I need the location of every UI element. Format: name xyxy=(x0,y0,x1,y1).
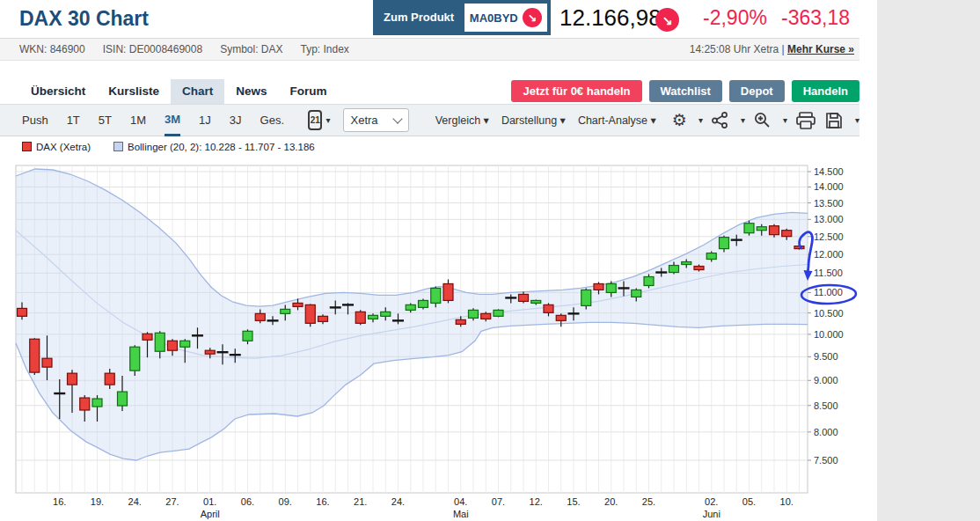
meta-item: WKN: 846900 xyxy=(19,43,85,55)
handeln-button[interactable]: Handeln xyxy=(792,80,859,102)
nav-row: ÜbersichtKurslisteChartNewsForum Jetzt f… xyxy=(0,79,859,104)
calendar-icon[interactable]: 21 xyxy=(308,110,322,130)
period-1t[interactable]: 1T xyxy=(67,105,80,136)
zoom-in-icon[interactable] xyxy=(753,111,772,129)
tab-übersicht[interactable]: Übersicht xyxy=(19,79,97,104)
nav-tabs: ÜbersichtKurslisteChartNewsForum xyxy=(19,79,339,104)
jetzt-f-r-0-handeln-button[interactable]: Jetzt für 0€ handeln xyxy=(511,80,641,102)
up-candle xyxy=(281,309,290,313)
up-candle xyxy=(469,310,479,318)
up-candle xyxy=(682,262,691,265)
legend-swatch xyxy=(22,142,32,151)
x-tick-label: 01. xyxy=(203,496,216,507)
x-tick-label: 05. xyxy=(742,496,756,507)
vergleich-menu[interactable]: Vergleich ▾ xyxy=(435,114,489,127)
x-month-label: April xyxy=(201,509,220,519)
period-push[interactable]: Push xyxy=(22,105,48,136)
chevron-down-icon: ▾ xyxy=(855,115,859,125)
change-absolute: -363,18 xyxy=(781,6,850,30)
save-icon[interactable] xyxy=(824,111,844,130)
chart-menus: Vergleich ▾Darstellung ▾Chart-Analyse ▾ xyxy=(435,114,656,127)
quote-timestamp: 14:25:08 Uhr Xetra xyxy=(690,43,779,55)
down-candle xyxy=(544,305,553,312)
down-candle xyxy=(255,313,265,320)
x-tick-label: 04. xyxy=(454,496,467,507)
indicators-icon[interactable] xyxy=(711,111,729,129)
up-candle xyxy=(669,266,679,273)
zum-produkt-button[interactable]: Zum Produkt xyxy=(373,0,464,35)
up-candle xyxy=(531,300,541,303)
page-title: DAX 30 Chart xyxy=(19,7,149,31)
period-5t[interactable]: 5T xyxy=(99,105,112,136)
current-price: 12.166,98 xyxy=(559,4,662,32)
down-candle xyxy=(18,308,27,316)
period-1j[interactable]: 1J xyxy=(199,105,211,136)
meta-item: ISIN: DE0008469008 xyxy=(103,43,202,55)
x-tick-label: 06. xyxy=(241,496,254,507)
candlestick-chart[interactable]: 14.50014.00013.50013.00012.50012.00011.5… xyxy=(0,163,867,521)
down-candle xyxy=(105,373,114,385)
page-content: DAX 30 Chart Zum Produkt MA0BYD ↘ 12.166… xyxy=(0,0,859,521)
up-candle xyxy=(581,290,591,305)
down-candle xyxy=(443,283,453,300)
depot-button[interactable]: Depot xyxy=(729,80,785,102)
y-tick-label: 14.000 xyxy=(814,181,844,192)
y-tick-label: 11.000 xyxy=(814,287,843,297)
up-candle xyxy=(180,341,190,347)
tab-chart[interactable]: Chart xyxy=(171,79,224,104)
mehr-kurse-link[interactable]: Mehr Kurse » xyxy=(787,43,854,55)
down-candle xyxy=(305,305,315,323)
down-candle xyxy=(168,341,178,350)
down-candle xyxy=(205,350,215,354)
up-candle xyxy=(92,399,102,407)
chevron-down-icon xyxy=(392,114,402,123)
period-3j[interactable]: 3J xyxy=(230,105,242,136)
down-candle xyxy=(42,358,52,367)
x-tick-label: 15. xyxy=(567,496,580,507)
down-candle xyxy=(143,334,152,340)
up-candle xyxy=(130,347,140,371)
chart-analyse-menu[interactable]: Chart-Analyse ▾ xyxy=(578,114,656,127)
trend-down-icon: ↘ xyxy=(655,8,679,32)
period-3m[interactable]: 3M xyxy=(165,105,180,136)
y-tick-label: 8.500 xyxy=(814,400,838,411)
tab-kursliste[interactable]: Kursliste xyxy=(97,79,171,104)
down-candle xyxy=(770,226,779,235)
up-candle xyxy=(706,253,716,260)
gear-icon[interactable]: ⚙ xyxy=(672,112,687,128)
x-tick-label: 16. xyxy=(53,496,66,507)
chevron-down-icon: ▾ xyxy=(783,115,787,125)
y-axis: 14.50014.00013.50013.00012.50012.00011.5… xyxy=(808,166,844,466)
x-month-label: Juni xyxy=(703,509,720,519)
darstellung-menu[interactable]: Darstellung ▾ xyxy=(501,114,566,127)
legend-item: DAX (Xetra) xyxy=(22,142,91,152)
down-candle xyxy=(481,313,491,319)
right-gutter xyxy=(877,0,980,521)
tab-forum[interactable]: Forum xyxy=(279,79,339,104)
chevron-down-icon: ▾ xyxy=(741,115,745,125)
exchange-select[interactable]: Xetra xyxy=(343,108,409,132)
chevron-down-icon[interactable]: ▾ xyxy=(325,115,330,125)
wkn-badge-label: MA0BYD xyxy=(470,11,518,25)
down-candle xyxy=(355,312,365,323)
wkn-badge[interactable]: MA0BYD ↘ xyxy=(464,4,547,32)
tab-news[interactable]: News xyxy=(224,79,278,104)
x-tick-label: 09. xyxy=(279,496,292,507)
exchange-select-value: Xetra xyxy=(351,114,378,127)
down-candle xyxy=(519,294,529,301)
legend-label: Bollinger (20, 2): 10.228 - 11.707 - 13.… xyxy=(128,142,315,152)
up-candle xyxy=(744,224,754,233)
down-candle xyxy=(782,231,792,237)
period-ges.[interactable]: Ges. xyxy=(260,105,284,136)
print-icon[interactable] xyxy=(795,111,816,130)
watchlist-button[interactable]: Watchlist xyxy=(649,80,722,102)
trend-down-icon: ↘ xyxy=(523,8,542,27)
x-tick-label: 07. xyxy=(492,496,505,507)
x-tick-label: 12. xyxy=(530,496,543,507)
period-1m[interactable]: 1M xyxy=(130,105,146,136)
y-tick-label: 7.500 xyxy=(814,455,838,466)
chevron-down-icon: ▾ xyxy=(698,115,703,125)
x-tick-label: 19. xyxy=(91,496,104,507)
period-buttons: Push1T5T1M3M1J3JGes. xyxy=(22,105,303,136)
instrument-meta: WKN: 846900ISIN: DE0008469008Symbol: DAX… xyxy=(19,39,367,60)
